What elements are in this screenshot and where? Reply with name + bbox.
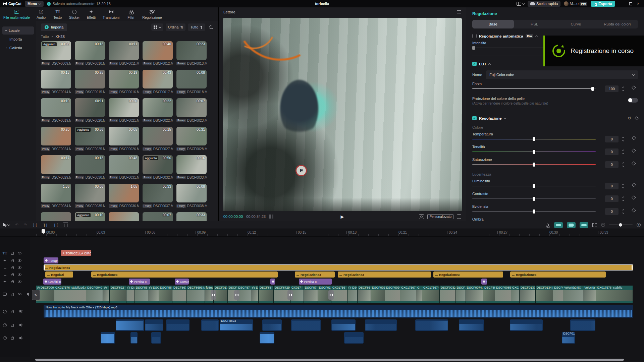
slider-value[interactable]: 0 bbox=[605, 208, 619, 215]
account-button[interactable]: M...o Pro bbox=[564, 1, 587, 6]
lut-file-select[interactable]: Fuji Color.cube bbox=[486, 70, 638, 79]
lut-strength-value[interactable]: 100 bbox=[605, 85, 619, 92]
video-clip[interactable]: DSCF0134.MO bbox=[536, 286, 553, 303]
audio-track-icon[interactable] bbox=[3, 309, 7, 314]
fullscreen-icon[interactable] bbox=[457, 215, 461, 219]
video-clip[interactable]: DSC bbox=[148, 286, 159, 303]
speaker-icon[interactable] bbox=[25, 292, 29, 296]
media-item[interactable]: 00:22ProxyDSCF0022.MOV bbox=[143, 98, 173, 127]
search-icon[interactable] bbox=[209, 25, 212, 29]
media-item[interactable]: 00:07ProxyDSCF0023.MOV bbox=[176, 98, 207, 127]
slider-track[interactable] bbox=[472, 211, 596, 212]
video-clip[interactable]: DSCF86 bbox=[358, 286, 371, 303]
media-item[interactable]: 00:33ProxyDSCF0037.MOV bbox=[143, 184, 173, 212]
audio-track-icon[interactable] bbox=[3, 323, 7, 327]
tab-effetti[interactable]: Effetti bbox=[86, 9, 96, 19]
video-clip[interactable]: GX01756 bbox=[331, 286, 347, 303]
video-clip[interactable]: DSCF0074.MO bbox=[466, 286, 483, 303]
video-clip[interactable]: Velocità0.5X bbox=[563, 286, 583, 303]
tab-transizioni[interactable]: Transizioni bbox=[103, 9, 119, 19]
adj2-clip[interactable]: Regolazi bbox=[45, 272, 73, 278]
video-clip[interactable]: DSCF0085.M bbox=[495, 286, 511, 303]
keyframe-icon[interactable] bbox=[632, 148, 636, 153]
keyframe-icon[interactable] bbox=[635, 116, 638, 120]
split-view-icon[interactable] bbox=[592, 223, 597, 227]
transition-marker[interactable] bbox=[287, 290, 293, 300]
media-item[interactable]: 00:20ProxyDSCF0024.MOV bbox=[41, 127, 71, 155]
video-clip[interactable]: DSCF0040 bbox=[86, 286, 103, 303]
keyframe-icon[interactable] bbox=[632, 161, 636, 166]
tab-file-multimediale[interactable]: ▶File multimediale bbox=[3, 9, 30, 19]
video-clip[interactable]: DSCF86 bbox=[135, 286, 148, 303]
adj1-clip[interactable]: Regolazione4 bbox=[44, 264, 633, 270]
music-clip[interactable]: Now I'm up to My Neck with Offers (320 k… bbox=[44, 305, 633, 318]
slider-value[interactable]: 0 bbox=[605, 136, 619, 142]
video-track-icon[interactable] bbox=[3, 292, 7, 296]
link-toggle[interactable] bbox=[580, 222, 588, 228]
media-item[interactable]: 00:23ProxyDSCF0013.MOV bbox=[176, 41, 207, 70]
video-clip[interactable] bbox=[103, 286, 110, 303]
video-preview[interactable]: E bbox=[223, 18, 462, 211]
fx2-clip[interactable]: Perdita II bbox=[129, 279, 150, 285]
media-item[interactable]: 00:08ProxyDSCF0018.MOV bbox=[176, 70, 207, 98]
horizontal-scrollbar[interactable] bbox=[35, 359, 624, 361]
breadcrumb-root[interactable]: Tutto bbox=[41, 35, 49, 39]
audio-clip[interactable] bbox=[331, 319, 356, 331]
sidebar-item-importa[interactable]: Importa bbox=[2, 35, 34, 43]
audio-clip[interactable] bbox=[151, 332, 161, 344]
video-clip[interactable]: DS bbox=[251, 286, 259, 303]
transition-marker[interactable] bbox=[211, 290, 216, 300]
lut-strength-handle[interactable] bbox=[591, 87, 594, 91]
media-item[interactable]: Aggiunto00:56ProxyDSCF0032.MOV bbox=[143, 155, 173, 184]
slider-value[interactable]: 0 bbox=[605, 161, 619, 168]
media-item[interactable]: 00:31ProxyDSCF0028.MOV bbox=[176, 127, 207, 155]
preview-zoom-icon[interactable] bbox=[419, 214, 424, 219]
audio-clip[interactable] bbox=[166, 319, 190, 331]
playhead[interactable] bbox=[43, 229, 43, 357]
video-clip[interactable]: GX017567 bbox=[400, 286, 416, 303]
playhead-handle[interactable] bbox=[42, 229, 45, 233]
collapse-icon[interactable] bbox=[488, 63, 491, 65]
split-left-button[interactable]: ][ bbox=[33, 223, 38, 227]
media-item[interactable]: 00:13ProxyDSCF0030.MOV bbox=[75, 155, 105, 184]
undo-button[interactable]: ↶ bbox=[15, 223, 18, 227]
sort-button[interactable]: Ordina⇅ bbox=[166, 23, 186, 31]
video-clip[interactable]: Velocità bbox=[583, 286, 596, 303]
fx2-clip[interactable]: G bbox=[270, 279, 275, 285]
slider-value[interactable]: 0 bbox=[605, 195, 619, 202]
media-item[interactable] bbox=[109, 212, 139, 221]
media-item[interactable]: 1:05ProxyDSCF0036.MOV bbox=[109, 184, 139, 212]
layout-switcher[interactable] bbox=[517, 2, 524, 6]
audio-clip[interactable] bbox=[291, 319, 321, 331]
keyframe-icon[interactable] bbox=[632, 208, 636, 213]
slider-track[interactable] bbox=[472, 186, 596, 186]
audio-clip[interactable]: DSCF01 bbox=[562, 332, 575, 344]
adjust-tab-ruota-dei-colori[interactable]: Ruota dei colori bbox=[597, 20, 638, 28]
audio-clip[interactable] bbox=[260, 332, 274, 344]
tab-audio[interactable]: ♪Audio bbox=[36, 9, 46, 19]
video-clip[interactable]: DSCF002 bbox=[371, 286, 385, 303]
media-item[interactable]: 00:11ProxyDSCF0020.MOV bbox=[75, 98, 105, 127]
slider-track[interactable] bbox=[472, 198, 596, 199]
quick-access-button[interactable]: Scelta rapida bbox=[528, 1, 560, 7]
video-clip[interactable]: DSCF3 bbox=[456, 286, 466, 303]
stepper[interactable] bbox=[621, 209, 625, 214]
audio-clip[interactable] bbox=[101, 332, 115, 344]
media-item[interactable]: 00:48ProxyDSCF0031.MOV bbox=[109, 155, 139, 184]
frame-view-icon[interactable] bbox=[269, 215, 273, 219]
video-clip[interactable]: GX01 bbox=[511, 286, 520, 303]
fx2-clip[interactable]: Graffiti in bbox=[43, 279, 61, 285]
stepper[interactable] bbox=[621, 86, 625, 92]
fx2-clip[interactable]: G bbox=[481, 279, 487, 285]
audio-clip[interactable] bbox=[415, 319, 448, 331]
video-clip[interactable]: DSCF01 bbox=[553, 286, 563, 303]
lock-icon[interactable] bbox=[10, 309, 14, 314]
visibility-icon[interactable] bbox=[17, 251, 22, 255]
media-item[interactable]: Aggiunto00:56ProxyDSCF0025.MOV bbox=[75, 127, 105, 155]
tab-sticker[interactable]: Sticker bbox=[69, 9, 80, 19]
stepper[interactable] bbox=[621, 136, 625, 142]
lock-icon[interactable] bbox=[10, 265, 14, 270]
skin-protect-toggle[interactable] bbox=[628, 98, 638, 103]
slider-handle[interactable] bbox=[533, 163, 535, 167]
fx2-clip[interactable]: Perdita II bbox=[299, 279, 332, 285]
